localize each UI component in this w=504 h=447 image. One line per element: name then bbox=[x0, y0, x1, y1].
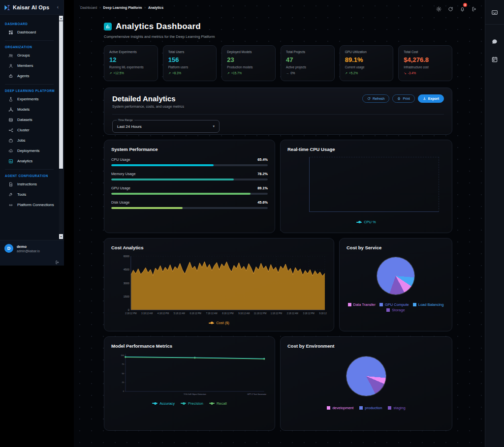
sidebar-scrollbar[interactable]: ▲ ▼ bbox=[59, 16, 63, 239]
page-title: Analytics Dashboard bbox=[116, 22, 201, 31]
sidebar-item-label: Deployments bbox=[17, 149, 40, 153]
legend-label: Load Balancing bbox=[418, 302, 444, 307]
svg-text:4500: 4500 bbox=[124, 268, 129, 271]
legend-square-marker bbox=[327, 406, 330, 410]
perf-metric-disk-usage: Disk Usage45.6% bbox=[111, 200, 268, 209]
theme-toggle-icon[interactable] bbox=[436, 5, 441, 10]
chat-icon[interactable] bbox=[491, 38, 498, 45]
legend-item-cpu-[interactable]: CPU % bbox=[356, 220, 376, 224]
sidebar-collapse-button[interactable]: ‹ bbox=[56, 4, 60, 10]
trend-value: +12.5% bbox=[113, 71, 124, 75]
svg-text:50: 50 bbox=[122, 372, 125, 375]
avatar[interactable]: D bbox=[4, 244, 13, 253]
notifications-bell-icon[interactable]: 3 bbox=[460, 5, 465, 10]
sidebar-item-deployments[interactable]: Deployments bbox=[3, 147, 56, 155]
logout-icon[interactable] bbox=[55, 258, 60, 262]
scrollbar-thumb[interactable] bbox=[59, 21, 63, 169]
sidebar-item-datasets[interactable]: Datasets bbox=[3, 116, 56, 124]
groups-icon bbox=[8, 53, 13, 58]
agent-panel-icon[interactable] bbox=[491, 9, 498, 16]
scrollbar-down-button[interactable]: ▼ bbox=[59, 234, 63, 239]
cost-legend: Cost ($) bbox=[111, 321, 327, 325]
legend-item-precision[interactable]: Precision bbox=[181, 401, 203, 406]
cost-analytics-chart: 015003000450060002:18:12 PM3:18:12 AM4:1… bbox=[111, 253, 327, 321]
refresh-icon bbox=[367, 97, 371, 100]
stat-value: $4,276.8 bbox=[404, 56, 447, 63]
svg-text:2:18:12 AM: 2:18:12 AM bbox=[287, 312, 298, 315]
legend-item-storage[interactable]: Storage bbox=[386, 308, 405, 312]
breadcrumb: Dashboard›Deep Learning Platform›Analyti… bbox=[80, 6, 163, 9]
legend-label: Recall bbox=[217, 401, 227, 406]
export-button[interactable]: Export bbox=[418, 94, 444, 103]
stat-card-gpu-utilization: GPU Utilization89.1%Current usage↗+5.2% bbox=[340, 45, 394, 81]
legend-label: Cost ($) bbox=[216, 321, 229, 325]
refresh-button[interactable]: Refresh bbox=[362, 94, 390, 103]
trend-up-icon: ↗ bbox=[345, 71, 347, 75]
chevron-down-icon: ▾ bbox=[213, 124, 215, 128]
app-title: Kaisar AI Ops bbox=[13, 4, 54, 10]
legend-item-gpu-compute[interactable]: GPU Compute bbox=[379, 302, 409, 307]
analytics-page-icon bbox=[104, 23, 112, 30]
member-icon bbox=[8, 63, 13, 68]
breadcrumb-item[interactable]: Analytics bbox=[148, 6, 163, 9]
sidebar-item-label: Models bbox=[17, 107, 30, 112]
detailed-analytics-panel: Detailed Analytics System performance, c… bbox=[104, 88, 452, 135]
stat-subtitle: Infrastructure cost bbox=[404, 65, 447, 69]
sidebar-item-dashboard[interactable]: Dashboard bbox=[3, 28, 56, 36]
sidebar-item-models[interactable]: Models bbox=[3, 105, 56, 114]
perf-value: 45.6% bbox=[257, 200, 268, 205]
sidebar-item-label: Members bbox=[17, 63, 33, 68]
trend-up-icon: ↗ bbox=[109, 71, 112, 75]
sidebar-item-experiments[interactable]: Experiments bbox=[3, 95, 56, 103]
cost-area-svg: 015003000450060002:18:12 PM3:18:12 AM4:1… bbox=[111, 253, 327, 319]
nav-section-label: AGENT CONFIGURATION bbox=[5, 174, 59, 178]
calendar-icon[interactable] bbox=[491, 56, 498, 63]
analytics-icon bbox=[8, 159, 13, 164]
svg-text:0: 0 bbox=[123, 390, 125, 392]
stats-row: Active Experiments12Running ML experimen… bbox=[104, 45, 452, 81]
sidebar-item-platform-connections[interactable]: Platform Connections bbox=[3, 201, 56, 209]
stat-label: Active Experiments bbox=[109, 50, 153, 54]
sidebar-item-cluster[interactable]: Cluster bbox=[3, 126, 56, 134]
legend-square-marker bbox=[413, 303, 416, 306]
perf-value: 65.4% bbox=[257, 157, 268, 162]
sidebar-item-tools[interactable]: Tools bbox=[3, 190, 56, 199]
card-title: Cost Analytics bbox=[111, 245, 327, 250]
legend-item-load-balancing[interactable]: Load Balancing bbox=[413, 302, 444, 307]
sidebar-item-jobs[interactable]: Jobs bbox=[3, 136, 56, 145]
legend-item-recall[interactable]: Recall bbox=[209, 401, 227, 406]
model-performance-card: Model Performance Metrics 0255075100YOLO… bbox=[104, 336, 275, 431]
legend-item-data-transfer[interactable]: Data Transfer bbox=[348, 302, 376, 307]
user-email: admin@kaisar.io bbox=[17, 249, 40, 253]
legend-item-accuracy[interactable]: Accuracy bbox=[152, 401, 175, 406]
realtime-cpu-card: Real-time CPU Usage CPU % bbox=[280, 140, 452, 233]
time-range-select[interactable]: Time Range Last 24 Hours ▾ bbox=[112, 120, 220, 133]
print-button[interactable]: Print bbox=[392, 94, 414, 103]
stat-subtitle: Running ML experiments bbox=[109, 65, 153, 69]
sidebar-item-label: Jobs bbox=[17, 138, 25, 143]
sidebar-item-agents[interactable]: Agents bbox=[3, 72, 56, 80]
refresh-history-icon[interactable] bbox=[448, 5, 453, 10]
trend-value: -3.4% bbox=[408, 71, 416, 75]
legend-item-cost-[interactable]: Cost ($) bbox=[209, 321, 229, 325]
legend-item-staging[interactable]: staging bbox=[388, 406, 405, 410]
sidebar-item-instructions[interactable]: Instructions bbox=[3, 180, 56, 188]
stat-card-total-projects: Total Projects47Active projects→0% bbox=[281, 45, 335, 81]
legend-item-production[interactable]: production bbox=[359, 406, 382, 410]
exit-icon[interactable] bbox=[472, 5, 477, 10]
app-root: Kaisar AI Ops ‹ DASHBOARDDashboardORGANI… bbox=[0, 0, 504, 447]
stat-trend: ↗+12.5% bbox=[109, 71, 153, 75]
breadcrumb-item[interactable]: Deep Learning Platform bbox=[103, 6, 142, 9]
trend-value: +8.3% bbox=[172, 71, 181, 75]
tools-icon bbox=[8, 192, 13, 197]
legend-item-development[interactable]: development bbox=[327, 406, 353, 410]
legend-line-marker bbox=[209, 323, 214, 324]
sidebar-item-groups[interactable]: Groups bbox=[3, 51, 56, 60]
detailed-analytics-subtitle: System performance, costs, and usage met… bbox=[112, 105, 184, 108]
card-title: Real-time CPU Usage bbox=[287, 147, 445, 152]
scrollbar-up-button[interactable]: ▲ bbox=[59, 16, 63, 21]
sidebar-item-analytics[interactable]: Analytics bbox=[3, 157, 56, 165]
sidebar-item-members[interactable]: Members bbox=[3, 61, 56, 70]
stat-subtitle: Active projects bbox=[286, 65, 329, 69]
breadcrumb-item[interactable]: Dashboard bbox=[80, 6, 97, 9]
